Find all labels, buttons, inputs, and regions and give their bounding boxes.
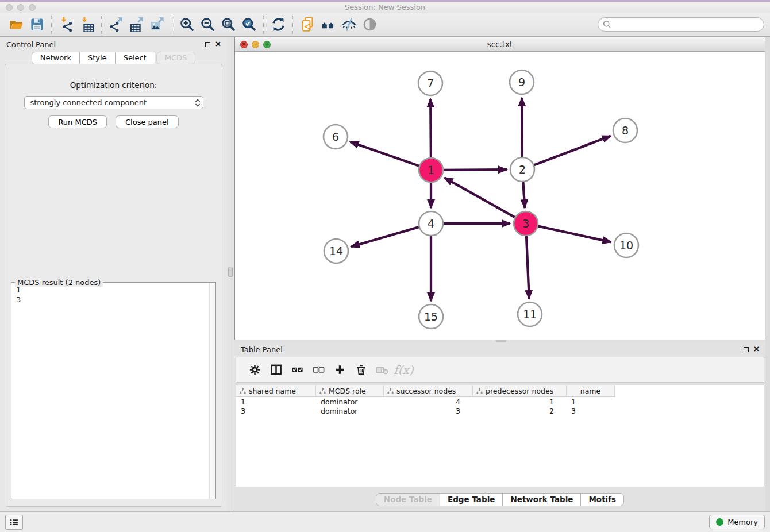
export-image-button[interactable]: [147, 14, 168, 35]
edge-1-6[interactable]: [351, 142, 419, 166]
node-label: 2: [519, 163, 526, 176]
zoom-out-icon: [200, 17, 215, 32]
node-label: 8: [622, 124, 629, 137]
tab-mcds[interactable]: MCDS: [156, 52, 196, 64]
node-10[interactable]: 10: [614, 233, 638, 257]
edge-2-9[interactable]: [522, 98, 522, 157]
first-neighbors-button[interactable]: [318, 14, 338, 35]
node-14[interactable]: 14: [324, 239, 348, 263]
node-9[interactable]: 9: [510, 70, 534, 94]
edge-1-2[interactable]: [444, 169, 507, 170]
toggle-panel-button[interactable]: [265, 360, 287, 380]
node-label: 11: [523, 308, 537, 321]
node-6[interactable]: 6: [324, 125, 348, 149]
node-7[interactable]: 7: [418, 71, 442, 95]
refresh-layout-button[interactable]: [268, 14, 288, 35]
maximize-network-button[interactable]: +: [263, 41, 271, 48]
float-table-panel-icon[interactable]: [744, 347, 749, 352]
edge-3-10[interactable]: [538, 226, 611, 242]
delete-column-button[interactable]: [351, 360, 372, 380]
close-window-button[interactable]: [6, 4, 13, 11]
memory-button[interactable]: Memory: [709, 515, 765, 529]
horizontal-splitter[interactable]: [234, 340, 765, 342]
mcds-result-title: MCDS result (2 nodes): [15, 278, 103, 287]
open-file-button[interactable]: [6, 14, 26, 35]
hide-selected-button[interactable]: [338, 14, 359, 35]
tab-motifs[interactable]: Motifs: [580, 493, 624, 506]
node-8[interactable]: 8: [613, 118, 637, 142]
run-mcds-button[interactable]: Run MCDS: [48, 115, 107, 128]
tab-network[interactable]: Network: [32, 52, 80, 64]
network-canvas[interactable]: 7968124314101511: [235, 52, 765, 340]
node-4[interactable]: 4: [419, 211, 443, 236]
zoom-out-button[interactable]: [197, 14, 218, 35]
mcds-result-text[interactable]: 1 3: [11, 283, 215, 499]
show-all-button: [359, 14, 380, 35]
tab-style[interactable]: Style: [79, 52, 116, 64]
column-header-successor-nodes[interactable]: successor nodes: [384, 385, 473, 397]
edge-3-11[interactable]: [526, 236, 529, 299]
import-network-button[interactable]: [56, 14, 76, 35]
splitter-grip[interactable]: [228, 267, 233, 277]
export-network-button[interactable]: [106, 14, 126, 35]
float-panel-icon[interactable]: [205, 42, 210, 47]
close-panel-icon[interactable]: ×: [215, 41, 221, 47]
horizontal-splitter-grip[interactable]: [496, 340, 506, 342]
minimize-window-button[interactable]: [17, 4, 24, 11]
tab-select[interactable]: Select: [115, 52, 155, 64]
column-header-name[interactable]: name: [567, 385, 615, 397]
network-graph[interactable]: 7968124314101511: [235, 52, 765, 340]
table-row[interactable]: 1dominator411: [236, 397, 764, 406]
close-network-button[interactable]: ×: [240, 41, 248, 48]
table-row[interactable]: 3dominator323: [236, 406, 764, 415]
column-header-predecessor-nodes[interactable]: predecessor nodes: [473, 385, 567, 397]
export-table-button[interactable]: [126, 14, 147, 35]
table-settings-button[interactable]: [244, 360, 265, 380]
control-panel: Control Panel × NetworkStyleSelectMCDS O…: [0, 37, 227, 511]
panel-menu-button[interactable]: [5, 515, 23, 530]
node-1[interactable]: 1: [419, 158, 443, 182]
search-input[interactable]: [614, 20, 759, 29]
close-panel-button[interactable]: Close panel: [116, 115, 179, 128]
application-window: Session: New Session Control Panel × Net…: [0, 0, 770, 532]
import-table-button[interactable]: [76, 14, 97, 35]
tab-network-table[interactable]: Network Table: [502, 493, 581, 506]
tab-edge-table[interactable]: Edge Table: [440, 493, 503, 506]
zoom-window-button[interactable]: [29, 4, 36, 11]
main-area: Control Panel × NetworkStyleSelectMCDS O…: [0, 37, 770, 511]
column-header-shared-name[interactable]: shared name: [236, 385, 316, 397]
zoom-selected-button[interactable]: [238, 14, 259, 35]
edge-2-8[interactable]: [534, 136, 611, 165]
edge-2-3[interactable]: [523, 182, 525, 208]
column-tree-icon: [240, 388, 246, 394]
result-scrollbar[interactable]: [209, 283, 215, 499]
node-15[interactable]: 15: [419, 304, 443, 329]
close-table-panel-icon[interactable]: ×: [754, 346, 759, 352]
toolbar-separator: [292, 16, 293, 34]
save-icon: [29, 17, 45, 32]
node-label: 9: [518, 76, 525, 88]
edge-3-1[interactable]: [445, 178, 515, 217]
edge-1-7[interactable]: [430, 99, 431, 157]
minimize-network-button[interactable]: –: [252, 41, 259, 48]
tab-node-table[interactable]: Node Table: [376, 493, 440, 506]
deselect-all-button[interactable]: [308, 360, 329, 380]
edge-4-14[interactable]: [351, 227, 419, 246]
save-session-button[interactable]: [26, 14, 47, 35]
add-column-button[interactable]: [329, 360, 351, 380]
node-label: 1: [428, 164, 434, 176]
vertical-splitter[interactable]: [227, 37, 234, 511]
node-3[interactable]: 3: [514, 211, 538, 236]
table-panel-title: Table Panel: [241, 345, 283, 354]
column-header-MCDS-role[interactable]: MCDS role: [316, 385, 384, 397]
select-all-button[interactable]: [287, 360, 308, 380]
zoom-fit-button[interactable]: [218, 14, 238, 35]
node-2[interactable]: 2: [510, 157, 534, 182]
new-network-from-selection-button[interactable]: [297, 14, 318, 35]
toolbar-separator: [263, 16, 264, 34]
optimization-criterion-select[interactable]: strongly connected component: [24, 96, 203, 109]
select-all-icon: [291, 363, 304, 376]
zoom-in-button[interactable]: [176, 14, 197, 35]
search-box[interactable]: [598, 17, 764, 32]
node-11[interactable]: 11: [518, 302, 542, 326]
